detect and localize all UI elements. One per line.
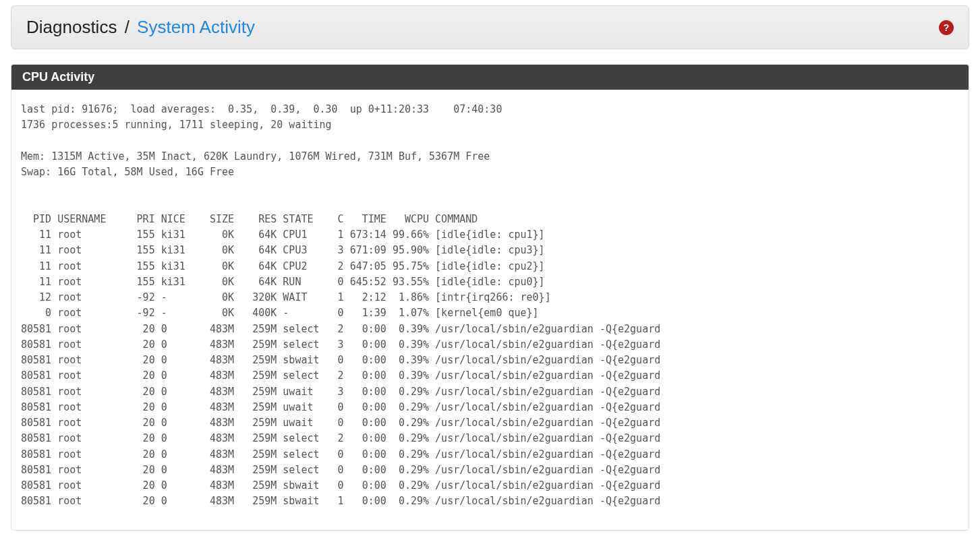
help-icon[interactable]: ? xyxy=(939,20,954,35)
breadcrumb-first: Diagnostics xyxy=(26,17,117,37)
breadcrumb: Diagnostics / System Activity xyxy=(26,17,255,38)
breadcrumb-panel: Diagnostics / System Activity ? xyxy=(11,5,969,49)
panel-title: CPU Activity xyxy=(11,65,969,90)
breadcrumb-separator: / xyxy=(125,17,129,37)
breadcrumb-current[interactable]: System Activity xyxy=(137,17,255,37)
activity-output: last pid: 91676; load averages: 0.35, 0.… xyxy=(11,90,969,530)
cpu-activity-panel: CPU Activity last pid: 91676; load avera… xyxy=(11,64,969,531)
